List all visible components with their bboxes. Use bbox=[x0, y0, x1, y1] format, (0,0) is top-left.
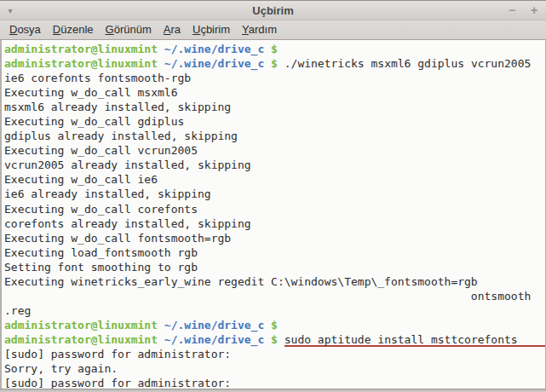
window-title: Uçbirim bbox=[0, 1, 546, 20]
terminal-line: .reg bbox=[4, 303, 545, 318]
terminal-text: administrator@linuxmint bbox=[4, 332, 158, 347]
terminal-text: gdiplus already installed, skipping bbox=[4, 129, 238, 143]
terminal-text: vcrun2005 already installed, skipping bbox=[4, 158, 251, 172]
terminal-text: administrator@linuxmint bbox=[4, 56, 158, 71]
window-bottom-edge bbox=[0, 389, 546, 392]
terminal-line: vcrun2005 already installed, skipping bbox=[4, 158, 545, 172]
terminal-text: administrator@linuxmint bbox=[4, 318, 158, 332]
terminal-window: ▾ Uçbirim − + DosyaDüzenleGörünümAraUçbi… bbox=[0, 0, 546, 392]
terminal-text: [sudo] password for administrator: bbox=[4, 376, 231, 389]
terminal-line: Executing winetricks_early_wine regedit … bbox=[4, 274, 545, 289]
terminal-line: corefonts already installed, skipping bbox=[4, 216, 545, 231]
terminal-text: Executing w_do_call ie6 bbox=[4, 172, 158, 187]
terminal-text: .reg bbox=[4, 303, 31, 318]
terminal-text: sudo aptitude install msttcorefonts bbox=[284, 332, 545, 347]
terminal-text: ~/.wine/drive_c bbox=[164, 42, 264, 56]
terminal-text bbox=[158, 332, 164, 347]
terminal-text bbox=[264, 56, 271, 71]
terminal-line: administrator@linuxmint ~/.wine/drive_c … bbox=[4, 56, 545, 71]
window-controls: − + bbox=[505, 1, 546, 20]
terminal-text: Executing w_do_call msxml6 bbox=[4, 85, 178, 100]
terminal-text: ontsmooth bbox=[4, 289, 531, 303]
window-menu-icon[interactable]: ▾ bbox=[0, 1, 20, 20]
terminal-line: administrator@linuxmint ~/.wine/drive_c … bbox=[4, 332, 545, 347]
terminal-line: administrator@linuxmint ~/.wine/drive_c … bbox=[4, 42, 545, 56]
terminal-line: administrator@linuxmint ~/.wine/drive_c … bbox=[4, 318, 545, 332]
terminal-text: ./winetricks msxml6 gdiplus vcrun2005 bbox=[278, 56, 531, 71]
terminal-text: administrator@linuxmint bbox=[4, 42, 158, 56]
terminal-line: Sorry, try again. bbox=[4, 361, 545, 376]
terminal-text: ~/.wine/drive_c bbox=[164, 318, 264, 332]
terminal-text: Executing winetricks_early_wine regedit … bbox=[4, 274, 478, 289]
terminal-line: [sudo] password for administrator: bbox=[4, 376, 545, 389]
menu-item-dosya[interactable]: Dosya bbox=[3, 20, 47, 39]
terminal-text: Executing w_do_call corefonts bbox=[4, 202, 198, 216]
terminal-line: Executing load_fontsmooth rgb bbox=[4, 245, 545, 260]
terminal-text: $ bbox=[271, 332, 278, 347]
menu-item-ucbirim[interactable]: Uçbirim bbox=[187, 20, 236, 39]
minimize-button[interactable]: − bbox=[505, 1, 519, 20]
terminal-text bbox=[264, 332, 271, 347]
terminal-text: corefonts already installed, skipping bbox=[4, 216, 251, 231]
terminal-text bbox=[158, 42, 164, 56]
terminal-viewport[interactable]: administrator@linuxmint ~/.wine/drive_c … bbox=[0, 40, 546, 389]
terminal-text: Executing w_do_call fontsmooth=rgb bbox=[4, 231, 231, 245]
menu-item-ara[interactable]: Ara bbox=[158, 20, 187, 39]
terminal-line: [sudo] password for administrator: bbox=[4, 347, 545, 361]
terminal-text: Setting font smoothing to rgb bbox=[4, 260, 198, 274]
terminal-text: Executing w_do_call vcrun2005 bbox=[4, 143, 198, 158]
terminal-line: ie6 corefonts fontsmooth-rgb bbox=[4, 71, 545, 85]
menu-item-gorunum[interactable]: Görünüm bbox=[100, 20, 158, 39]
terminal-line: Executing w_do_call gdiplus bbox=[4, 114, 545, 129]
terminal-line: msxml6 already installed, skipping bbox=[4, 100, 545, 114]
menu-item-yardim[interactable]: Yardım bbox=[236, 20, 283, 39]
terminal-line: ontsmooth bbox=[4, 289, 545, 303]
terminal-text: Sorry, try again. bbox=[4, 361, 118, 376]
terminal-line: Executing w_do_call fontsmooth=rgb bbox=[4, 231, 545, 245]
terminal-text: ~/.wine/drive_c bbox=[164, 56, 264, 71]
terminal-line: Executing w_do_call ie6 bbox=[4, 172, 545, 187]
terminal-line: Setting font smoothing to rgb bbox=[4, 260, 545, 274]
terminal-text bbox=[158, 56, 164, 71]
terminal-text: $ bbox=[271, 42, 278, 56]
terminal-text: $ bbox=[271, 318, 278, 332]
titlebar[interactable]: ▾ Uçbirim − + bbox=[0, 1, 546, 20]
terminal-text: ie6 already installed, skipping bbox=[4, 187, 211, 201]
terminal-text bbox=[264, 42, 271, 56]
menubar: DosyaDüzenleGörünümAraUçbirimYardım bbox=[0, 20, 546, 40]
terminal-line: Executing w_do_call corefonts bbox=[4, 202, 545, 216]
terminal-line: ie6 already installed, skipping bbox=[4, 187, 545, 201]
menu-item-duzenle[interactable]: Düzenle bbox=[47, 20, 100, 39]
terminal-text: $ bbox=[271, 56, 278, 71]
terminal-text: ie6 corefonts fontsmooth-rgb bbox=[4, 71, 191, 85]
terminal-text bbox=[264, 318, 271, 332]
terminal-line: Executing w_do_call vcrun2005 bbox=[4, 143, 545, 158]
terminal-text: msxml6 already installed, skipping bbox=[4, 100, 231, 114]
terminal-text bbox=[158, 318, 164, 332]
terminal-line: Executing w_do_call msxml6 bbox=[4, 85, 545, 100]
terminal-text: Executing w_do_call gdiplus bbox=[4, 114, 184, 129]
terminal-text bbox=[278, 332, 284, 347]
terminal-line: gdiplus already installed, skipping bbox=[4, 129, 545, 143]
terminal-text: Executing load_fontsmooth rgb bbox=[4, 245, 198, 260]
maximize-button[interactable]: + bbox=[527, 1, 541, 20]
terminal-text: [sudo] password for administrator: bbox=[4, 347, 231, 361]
terminal-text: ~/.wine/drive_c bbox=[164, 332, 264, 347]
